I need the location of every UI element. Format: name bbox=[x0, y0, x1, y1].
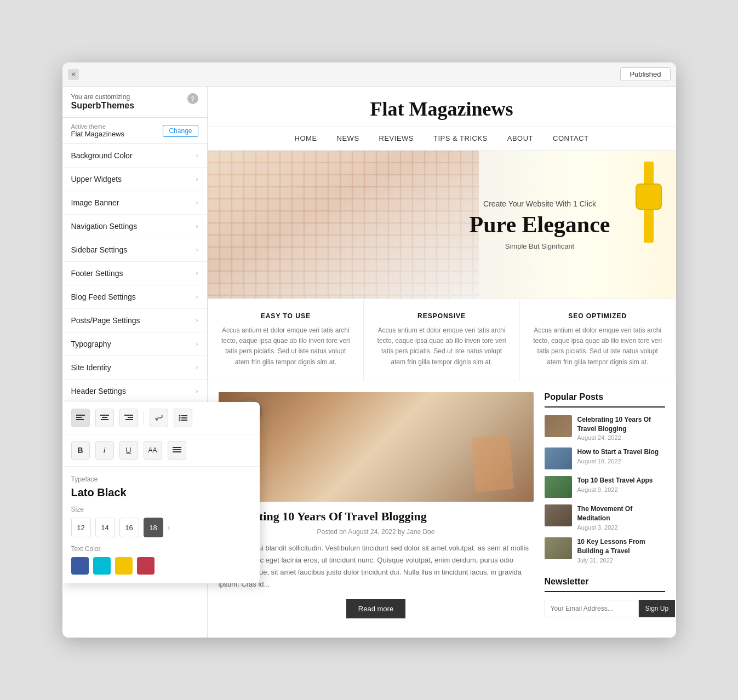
color-blue-swatch[interactable] bbox=[71, 557, 89, 575]
sidebar-item-posts-page-settings[interactable]: Posts/Page Settings › bbox=[62, 309, 207, 332]
popular-post-date-3: August 9, 2022 bbox=[577, 486, 653, 493]
nav-home[interactable]: HOME bbox=[295, 134, 317, 142]
main-columns: Celebrating 10 Years Of Travel Blogging … bbox=[208, 381, 676, 629]
chevron-icon: › bbox=[196, 152, 198, 159]
underline-button[interactable]: U bbox=[119, 441, 138, 460]
color-red-swatch[interactable] bbox=[137, 557, 155, 575]
italic-button[interactable]: i bbox=[95, 441, 114, 460]
chevron-icon: › bbox=[196, 364, 198, 371]
sidebar-item-navigation-settings[interactable]: Navigation Settings › bbox=[62, 215, 207, 238]
svg-rect-17 bbox=[173, 451, 181, 452]
nav-about[interactable]: ABOUT bbox=[507, 134, 533, 142]
svg-rect-8 bbox=[125, 419, 133, 420]
feature-text-1: Accus antium et dolor emque veri tatis a… bbox=[219, 325, 353, 368]
help-icon[interactable]: ? bbox=[187, 93, 198, 104]
popular-post-thumb-1 bbox=[545, 415, 572, 437]
svg-point-11 bbox=[179, 417, 180, 419]
svg-rect-7 bbox=[128, 417, 133, 418]
chevron-icon: › bbox=[196, 340, 198, 348]
svg-rect-10 bbox=[181, 415, 187, 416]
caps-button[interactable]: AA bbox=[144, 441, 162, 460]
size-next-arrow[interactable]: › bbox=[168, 523, 170, 532]
sidebar-item-header-settings[interactable]: Header Settings › bbox=[62, 380, 207, 403]
size-16-button[interactable]: 16 bbox=[119, 518, 139, 537]
site-nav: HOME NEWS REVIEWS TIPS & TRICKS ABOUT CO… bbox=[208, 126, 676, 151]
bold-button[interactable]: B bbox=[71, 441, 90, 460]
nav-reviews[interactable]: REVIEWS bbox=[379, 134, 414, 142]
notebook bbox=[471, 434, 513, 492]
hero-tagline: Simple But Significant bbox=[469, 242, 610, 250]
svg-rect-3 bbox=[100, 415, 109, 416]
feature-easy-to-use: EASY TO USE Accus antium et dolor emque … bbox=[208, 299, 364, 381]
popular-post-thumb-4 bbox=[545, 504, 572, 526]
hero-section: Create Your Website With 1 Click Pure El… bbox=[208, 151, 676, 299]
svg-rect-19 bbox=[208, 151, 479, 299]
chevron-icon: › bbox=[196, 293, 198, 301]
chevron-icon: › bbox=[196, 175, 198, 183]
active-theme-name: Flat Magazinews bbox=[71, 130, 125, 138]
change-theme-button[interactable]: Change bbox=[163, 125, 198, 137]
sidebar-item-upper-widgets[interactable]: Upper Widgets › bbox=[62, 168, 207, 191]
color-cyan-swatch[interactable] bbox=[93, 557, 111, 575]
popular-post-info-4: The Movement Of Meditation August 3, 202… bbox=[577, 504, 665, 531]
nav-news[interactable]: NEWS bbox=[337, 134, 359, 142]
chevron-icon: › bbox=[196, 387, 198, 395]
published-button[interactable]: Published bbox=[620, 67, 670, 81]
color-yellow-swatch[interactable] bbox=[115, 557, 133, 575]
chevron-icon: › bbox=[196, 199, 198, 206]
svg-rect-16 bbox=[173, 449, 181, 450]
sidebar-item-blog-feed-settings[interactable]: Blog Feed Settings › bbox=[62, 285, 207, 309]
size-14-button[interactable]: 14 bbox=[95, 518, 115, 537]
sidebar-item-background-color[interactable]: Background Color › bbox=[62, 144, 207, 168]
size-options: 12 14 16 18 › bbox=[71, 518, 251, 537]
site-header: Flat Magazinews bbox=[208, 87, 676, 126]
sidebar-item-site-identity[interactable]: Site Identity › bbox=[62, 356, 207, 380]
feature-title-1: EASY TO USE bbox=[219, 312, 353, 320]
svg-rect-4 bbox=[102, 417, 107, 418]
sidebar-item-typography[interactable]: Typography › bbox=[62, 332, 207, 356]
sidebar-item-image-banner[interactable]: Image Banner › bbox=[62, 191, 207, 215]
popular-post-item-5: 10 Key Lessons From Building a Travel Ju… bbox=[545, 537, 665, 564]
align-center-button[interactable] bbox=[95, 409, 114, 427]
blog-column: Celebrating 10 Years Of Travel Blogging … bbox=[219, 392, 534, 618]
feature-responsive: RESPONSIVE Accus antium et dolor emque v… bbox=[364, 299, 520, 381]
popular-posts-title: Popular Posts bbox=[545, 392, 665, 408]
popular-post-date-5: July 31, 2022 bbox=[577, 557, 665, 564]
newsletter-form: Sign Up bbox=[545, 600, 665, 617]
sidebar-item-footer-settings[interactable]: Footer Settings › bbox=[62, 262, 207, 285]
newsletter-signup-button[interactable]: Sign Up bbox=[639, 600, 676, 617]
preview-area: Flat Magazinews HOME NEWS REVIEWS TIPS &… bbox=[208, 87, 676, 638]
list-button[interactable] bbox=[174, 409, 192, 427]
feature-title-3: SEO OPTIMIZED bbox=[531, 312, 665, 320]
hero-title: Pure Elegance bbox=[469, 211, 610, 238]
popular-post-thumb-5 bbox=[545, 537, 572, 559]
close-button[interactable]: ✕ bbox=[68, 69, 79, 80]
active-theme-section: Active theme Flat Magazinews Change bbox=[62, 118, 207, 144]
nav-contact[interactable]: CONTACT bbox=[553, 134, 588, 142]
text-color-label: Text Color bbox=[71, 545, 251, 553]
popular-post-date-2: August 18, 2022 bbox=[577, 458, 659, 464]
popular-post-item-1: Celebrating 10 Years Of Travel Blogging … bbox=[545, 415, 665, 441]
read-more-button[interactable]: Read more bbox=[346, 599, 405, 618]
popular-post-item-3: Top 10 Best Travel Apps August 9, 2022 bbox=[545, 476, 665, 498]
size-12-button[interactable]: 12 bbox=[71, 518, 91, 537]
site-name-label: SuperbThemes bbox=[71, 101, 135, 111]
sidebar-item-sidebar-settings[interactable]: Sidebar Settings › bbox=[62, 238, 207, 262]
popular-post-date-4: August 3, 2022 bbox=[577, 524, 665, 531]
hero-keyboard-area bbox=[208, 151, 479, 299]
feature-text-3: Accus antium et dolor emque veri tatis a… bbox=[531, 325, 665, 368]
link-button[interactable] bbox=[150, 409, 168, 427]
newsletter-email-input[interactable] bbox=[545, 600, 639, 617]
popular-post-thumb-3 bbox=[545, 476, 572, 498]
paragraph-button[interactable] bbox=[168, 441, 186, 460]
align-right-button[interactable] bbox=[119, 409, 138, 427]
feature-text-2: Accus antium et dolor emque veri tatis a… bbox=[375, 325, 508, 368]
popular-post-date-1: August 24, 2022 bbox=[577, 434, 665, 441]
align-left-button[interactable] bbox=[71, 409, 90, 427]
size-18-button[interactable]: 18 bbox=[144, 518, 163, 537]
nav-tips[interactable]: TIPS & TRICKS bbox=[433, 134, 488, 142]
svg-point-9 bbox=[179, 415, 180, 417]
typeface-label: Typeface bbox=[71, 475, 251, 483]
newsletter-section: Newsletter Sign Up bbox=[545, 577, 665, 617]
popular-post-title-2: How to Start a Travel Blog bbox=[577, 447, 659, 457]
